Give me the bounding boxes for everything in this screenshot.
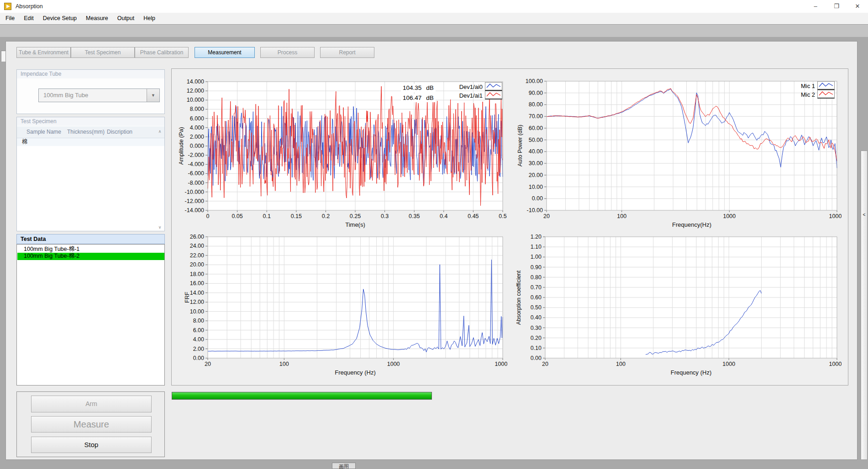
column-sample-name: Sample Name — [26, 129, 61, 135]
table-row[interactable]: 棉 — [17, 138, 164, 146]
svg-text:0.10: 0.10 — [531, 345, 542, 351]
collapse-left-icon[interactable]: < — [861, 212, 867, 217]
svg-text:10000: 10000 — [829, 213, 842, 219]
time-waveform-chart: 14.00012.00010.0008.0006.0004.0002.0000.… — [181, 78, 507, 232]
test-specimen-section-label: Test Specimen — [16, 117, 165, 126]
svg-text:2.000: 2.000 — [190, 134, 204, 140]
app-icon — [4, 3, 11, 10]
subtab-measurement[interactable]: Measurement — [195, 47, 255, 58]
close-button[interactable]: ✕ — [847, 0, 868, 13]
svg-text:0.45: 0.45 — [468, 213, 479, 219]
minimize-button[interactable]: – — [805, 0, 826, 13]
chevron-down-icon[interactable]: ▼ — [147, 89, 159, 102]
svg-text:80.00: 80.00 — [529, 101, 543, 108]
svg-text:0.00: 0.00 — [193, 355, 204, 361]
svg-text:Frequency (Hz): Frequency (Hz) — [671, 369, 712, 376]
svg-text:30.00: 30.00 — [529, 160, 543, 167]
svg-text:14.000: 14.000 — [187, 78, 204, 85]
svg-text:1000: 1000 — [387, 361, 400, 367]
svg-text:-2.000: -2.000 — [188, 152, 204, 158]
svg-text:16.00: 16.00 — [190, 280, 204, 287]
subtab-process[interactable]: Process — [260, 47, 315, 58]
svg-text:50.00: 50.00 — [529, 137, 543, 143]
svg-text:0.25: 0.25 — [350, 213, 361, 219]
menu-output[interactable]: Output — [113, 13, 139, 24]
legend-mic1: Mic 1 — [783, 82, 815, 90]
svg-text:0.05: 0.05 — [231, 213, 242, 219]
svg-text:2.00: 2.00 — [193, 346, 204, 352]
channel2-level-readout: 106.47dB — [401, 94, 436, 102]
list-item[interactable]: 100mm Big Tube-棉-1 — [17, 246, 164, 253]
svg-text:12.000: 12.000 — [187, 88, 204, 94]
svg-text:-6.000: -6.000 — [188, 170, 204, 177]
svg-text:1.20: 1.20 — [531, 234, 542, 240]
svg-text:8.00: 8.00 — [193, 318, 204, 324]
svg-text:10.000: 10.000 — [187, 97, 204, 103]
menu-help[interactable]: Help — [139, 13, 160, 24]
svg-text:70.00: 70.00 — [529, 113, 543, 120]
svg-text:-4.000: -4.000 — [188, 161, 204, 167]
svg-text:0.2: 0.2 — [322, 213, 330, 219]
svg-text:Frequency(Hz): Frequency(Hz) — [672, 221, 711, 228]
app-window: Absorption – ❐ ✕ File Edit Device Setup … — [0, 0, 868, 469]
sample-name-cell: 棉 — [22, 139, 27, 145]
scroll-down-icon[interactable]: ∨ — [157, 224, 163, 230]
subtab-tube-environment[interactable]: Tube & Environment — [16, 47, 71, 58]
legend-line-icon-blue — [485, 82, 502, 91]
svg-text:-12.000: -12.000 — [185, 198, 204, 204]
svg-text:20: 20 — [542, 361, 548, 367]
legend-line-icon-red — [485, 91, 502, 99]
svg-text:8.000: 8.000 — [190, 106, 204, 112]
test-data-listbox — [16, 244, 165, 386]
subtab-report[interactable]: Report — [320, 47, 374, 58]
maximize-button[interactable]: ❐ — [826, 0, 847, 13]
title-bar: Absorption – ❐ ✕ — [0, 0, 868, 13]
svg-text:0.4: 0.4 — [440, 213, 447, 219]
svg-text:60.00: 60.00 — [529, 125, 543, 131]
subtab-test-specimen[interactable]: Test Specimen — [71, 47, 135, 58]
svg-text:100.00: 100.00 — [526, 78, 543, 84]
side-collapse-strip[interactable]: < — [861, 151, 868, 460]
tube-select-dropdown[interactable]: 100mm Big Tube ▼ — [38, 89, 160, 102]
column-discription: Discription — [107, 129, 132, 135]
window-title: Absorption — [16, 0, 43, 13]
svg-text:4.00: 4.00 — [193, 336, 204, 343]
svg-text:0.70: 0.70 — [531, 284, 542, 291]
legend-dev1-ai0: Dev1/ai0 — [450, 83, 483, 91]
legend-line-icon-mic1 — [817, 81, 835, 90]
progress-bar — [172, 392, 432, 400]
svg-text:Frequency (Hz): Frequency (Hz) — [335, 369, 376, 376]
svg-text:0.80: 0.80 — [531, 274, 542, 281]
svg-text:0.20: 0.20 — [531, 335, 542, 341]
menu-device-setup[interactable]: Device Setup — [38, 13, 81, 24]
scroll-up-icon[interactable]: ∧ — [157, 129, 163, 134]
impedance-tube-section-label: Impendace Tube — [16, 69, 165, 79]
svg-text:20: 20 — [205, 361, 211, 367]
svg-text:6.00: 6.00 — [193, 327, 204, 334]
svg-text:26.00: 26.00 — [190, 234, 204, 240]
svg-text:0: 0 — [206, 213, 210, 219]
test-data-section-label: Test Data — [16, 234, 165, 244]
measure-button[interactable]: Measure — [31, 416, 152, 433]
svg-text:Time(s): Time(s) — [345, 221, 365, 228]
svg-text:0.000: 0.000 — [190, 143, 204, 149]
menu-measure[interactable]: Measure — [81, 13, 113, 24]
svg-text:0.00: 0.00 — [531, 355, 542, 361]
menu-bar: File Edit Device Setup Measure Output He… — [0, 13, 868, 25]
list-item-selected[interactable]: 100mm Big Tube-棉-2 — [17, 253, 164, 260]
tube-select-value: 100mm Big Tube — [43, 92, 88, 99]
menu-file[interactable]: File — [1, 13, 19, 24]
legend-mic2: Mic 2 — [783, 90, 815, 99]
svg-text:4.000: 4.000 — [190, 125, 204, 131]
channel1-level-readout: 104.35dB — [401, 84, 436, 92]
menu-edit[interactable]: Edit — [19, 13, 38, 24]
svg-text:-10.00: -10.00 — [527, 207, 543, 214]
svg-text:100: 100 — [279, 361, 289, 367]
background-window-hint[interactable]: 画图 — [332, 463, 356, 469]
svg-text:20.00: 20.00 — [190, 261, 204, 268]
svg-text:0.40: 0.40 — [531, 314, 542, 321]
svg-text:1000: 1000 — [722, 361, 735, 367]
stop-button[interactable]: Stop — [31, 437, 152, 453]
arm-button[interactable]: Arm — [31, 396, 152, 412]
subtab-phase-calibration[interactable]: Phase Calibration — [135, 47, 189, 58]
